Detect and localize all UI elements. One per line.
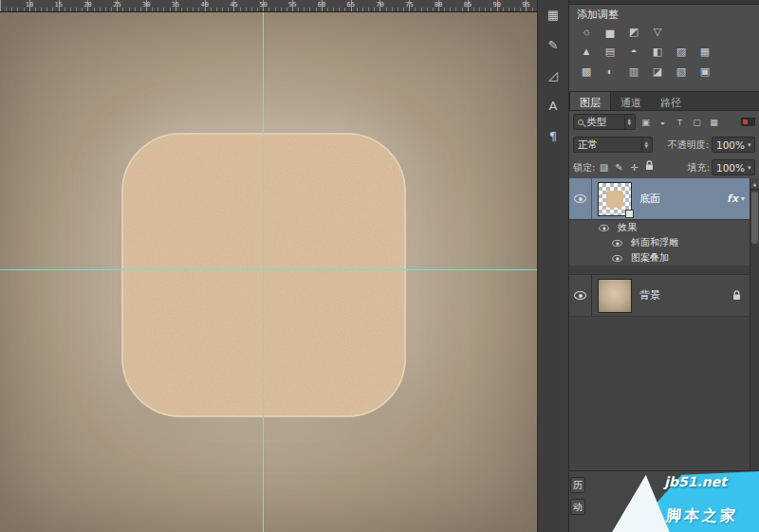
adjustments-row-2: ▲ ▤ ◓ ◧ ▨ ▦ — [569, 42, 759, 62]
visibility-eye-icon[interactable] — [612, 254, 621, 261]
lock-row: 锁定: ▨ ✎ ✛ 填充: 100% ▾ — [569, 156, 759, 178]
gradient-map-icon[interactable]: ▧ — [672, 64, 691, 80]
channel-mixer-icon[interactable]: ▦ — [695, 44, 714, 60]
right-panel: 添加调整 ☼ ▅ ◩ ▽ ▲ ▤ ◓ ◧ ▨ ▦ ▩ ◐ ▥ ◪ ▧ ▣ — [569, 0, 759, 532]
adjustments-row-3: ▩ ◐ ▥ ◪ ▧ ▣ — [569, 62, 759, 82]
blend-mode-value: 正常 — [578, 138, 598, 152]
fill-dropdown[interactable]: 100% ▾ — [712, 159, 755, 175]
lock-label: 锁定: — [573, 161, 595, 174]
scrollbar[interactable]: ▲ — [750, 178, 759, 470]
lock-all-icon[interactable] — [642, 160, 656, 175]
ruler-number: 80 — [424, 1, 454, 9]
horizontal-ruler[interactable]: 10 15 20 25 30 35 40 45 50 55 60 65 70 7… — [0, 0, 537, 12]
hue-saturation-icon[interactable]: ▤ — [601, 44, 620, 60]
exposure-icon[interactable]: ▽ — [648, 24, 667, 40]
brush-panel-icon[interactable]: ✎ — [542, 34, 565, 56]
effect-row-bevel-emboss[interactable]: 斜面和浮雕 — [569, 235, 750, 250]
thumbnail-artwork — [606, 191, 623, 208]
ruler-number: 75 — [395, 1, 424, 9]
layer-name[interactable]: 背景 — [639, 288, 660, 303]
color-lookup-icon[interactable]: ▩ — [577, 64, 596, 80]
selective-color-icon[interactable]: ▣ — [695, 64, 714, 80]
photoshop-workspace: 10 15 20 25 30 35 40 45 50 55 60 65 70 7… — [0, 0, 759, 532]
invert-icon[interactable]: ◐ — [601, 64, 620, 80]
collapsed-panels-dock: 历 动 — [570, 477, 585, 515]
effect-row-pattern-overlay[interactable]: 图案叠加 — [569, 250, 750, 266]
guide-horizontal[interactable] — [0, 269, 537, 270]
spinner-arrows-icon: ▲▼ — [641, 138, 648, 152]
ruler-number: 50 — [249, 1, 278, 9]
adjustments-panel: 添加调整 ☼ ▅ ◩ ▽ ▲ ▤ ◓ ◧ ▨ ▦ ▩ ◐ ▥ ◪ ▧ ▣ — [569, 0, 759, 92]
canvas[interactable] — [0, 12, 537, 532]
curves-icon[interactable]: ◩ — [624, 24, 643, 40]
ruler-panel-icon[interactable]: ◿ — [542, 64, 565, 86]
color-balance-icon[interactable]: ◓ — [624, 44, 643, 60]
layer-name[interactable]: 底面 — [639, 192, 660, 206]
filter-type-layers-icon[interactable]: T — [673, 115, 687, 130]
ruler-number: 85 — [454, 1, 483, 9]
ruler-number: 90 — [482, 1, 511, 9]
lock-image-pixels-icon[interactable]: ✎ — [612, 160, 625, 175]
scroll-thumb[interactable] — [751, 192, 758, 244]
visibility-cell — [569, 178, 592, 219]
vibrance-icon[interactable]: ▲ — [577, 44, 596, 60]
watermark: jb51.net 脚本之家 — [590, 471, 759, 532]
layer-thumbnail[interactable] — [598, 182, 632, 216]
panel-dock: ▦ ✎ ◿ A ¶ — [537, 0, 569, 532]
posterize-icon[interactable]: ▥ — [624, 64, 643, 80]
fill-value: 100% — [716, 162, 745, 174]
chevron-down-icon: ▾ — [748, 164, 751, 172]
blend-mode-dropdown[interactable]: 正常 ▲▼ — [573, 137, 653, 153]
layer-gap — [569, 266, 750, 275]
guide-vertical[interactable] — [263, 12, 264, 532]
filter-kind-dropdown[interactable]: 类型 ▲▼ — [573, 114, 636, 130]
watermark-site-text: jb51.net — [664, 474, 727, 489]
tab-layers[interactable]: 图层 — [569, 92, 611, 110]
tab-paths[interactable]: 路径 — [651, 92, 691, 110]
adjustments-row-1: ☼ ▅ ◩ ▽ — [569, 22, 759, 42]
actions-panel-button[interactable]: 动 — [570, 499, 585, 515]
filter-smart-objects-icon[interactable]: ▦ — [707, 115, 721, 130]
threshold-icon[interactable]: ◪ — [648, 64, 667, 80]
ruler-number: 15 — [44, 1, 73, 9]
filter-pixel-layers-icon[interactable]: ▣ — [639, 115, 653, 130]
background-layer-thumbnail[interactable] — [598, 279, 632, 313]
photo-filter-icon[interactable]: ▨ — [672, 44, 691, 60]
layer-style-badge — [625, 210, 634, 218]
character-panel-icon[interactable]: A — [542, 95, 565, 117]
levels-icon[interactable]: ▅ — [601, 24, 620, 40]
paragraph-panel-icon[interactable]: ¶ — [542, 125, 565, 147]
ruler-number: 45 — [219, 1, 249, 9]
filter-toggle-switch[interactable] — [741, 118, 755, 126]
layer-row-background[interactable]: 背景 — [569, 275, 750, 317]
brightness-contrast-icon[interactable]: ☼ — [577, 24, 596, 40]
swatches-panel-icon[interactable]: ▦ — [542, 4, 565, 26]
ruler-number: 10 — [15, 1, 45, 9]
ruler-number: 40 — [190, 1, 219, 9]
visibility-cell — [569, 275, 592, 316]
tab-channels[interactable]: 通道 — [611, 92, 651, 110]
rounded-square-icon-artwork — [121, 133, 406, 417]
ruler-number: 25 — [102, 1, 132, 9]
collapse-effects-icon[interactable]: ▾ — [741, 194, 745, 203]
layer-row-bottom-face[interactable]: 底面 fx ▾ — [569, 178, 750, 220]
visibility-eye-icon[interactable] — [574, 194, 586, 203]
ruler-number: 65 — [336, 1, 365, 9]
opacity-dropdown[interactable]: 100% ▾ — [712, 137, 755, 153]
visibility-eye-icon[interactable] — [574, 291, 586, 300]
fx-badge[interactable]: fx — [727, 193, 738, 205]
layer-filter-row: 类型 ▲▼ ▣ ◒ T ▢ ▦ — [569, 111, 759, 133]
lock-position-icon[interactable]: ✛ — [627, 160, 640, 175]
effects-header-row[interactable]: 效果 — [569, 220, 750, 235]
filter-shape-layers-icon[interactable]: ▢ — [690, 115, 704, 130]
visibility-eye-icon[interactable] — [599, 224, 608, 230]
adjustments-title: 添加调整 — [569, 5, 759, 22]
opacity-value: 100% — [716, 139, 745, 151]
blend-row: 正常 ▲▼ 不透明度: 100% ▾ — [569, 133, 759, 156]
lock-transparent-pixels-icon[interactable]: ▨ — [597, 160, 610, 175]
visibility-eye-icon[interactable] — [612, 239, 621, 246]
scroll-up-arrow[interactable]: ▲ — [750, 178, 759, 190]
history-panel-button[interactable]: 历 — [570, 477, 585, 493]
filter-adjustment-layers-icon[interactable]: ◒ — [656, 115, 670, 130]
black-white-icon[interactable]: ◧ — [648, 44, 667, 60]
